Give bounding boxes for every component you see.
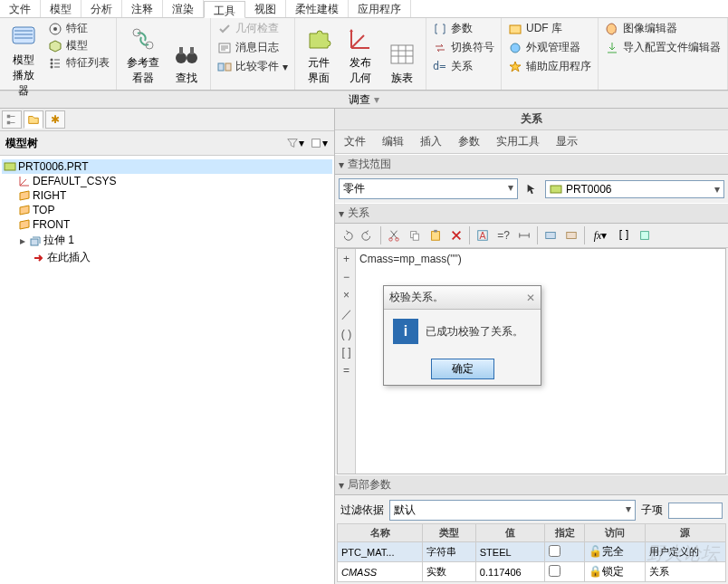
sub-field[interactable] [668, 503, 723, 519]
brackets-button[interactable]: [] [614, 225, 634, 245]
svg-rect-19 [7, 121, 11, 125]
svg-point-2 [53, 27, 57, 31]
scope-header[interactable]: ▾查找范围 [335, 154, 728, 175]
undo-button[interactable] [337, 225, 357, 245]
tab-tools[interactable]: 工具 [204, 1, 245, 18]
designate-checkbox[interactable] [549, 565, 560, 577]
scope-type-combo[interactable]: 零件 [339, 178, 518, 199]
relations-button[interactable]: d=关系 [430, 58, 497, 75]
menu-display[interactable]: 显示 [549, 132, 585, 151]
relations-panel: 关系 文件 编辑 插入 参数 实用工具 显示 ▾查找范围 零件 PRT0006 … [335, 109, 728, 584]
tree-insert-here[interactable]: 在此插入 [2, 249, 332, 266]
pick-arrow-button[interactable] [522, 179, 541, 199]
menu-insert[interactable]: 插入 [413, 132, 449, 151]
tab-file[interactable]: 文件 [0, 0, 41, 17]
publish-geom-button[interactable]: 发布几何 [340, 23, 380, 88]
dialog-close-button[interactable]: ✕ [526, 292, 535, 304]
cut-button[interactable] [384, 225, 404, 245]
verify-button[interactable]: =? [493, 225, 513, 245]
menu-edit[interactable]: 编辑 [375, 132, 411, 151]
table-row[interactable]: PTC_MAT... 字符串 STEEL 🔓完全 用户定义的 [338, 542, 726, 562]
local-params-header[interactable]: ▾局部参数 [335, 474, 728, 495]
compare-part-button[interactable]: 比较零件 ▾ [215, 58, 291, 75]
tree-top-plane[interactable]: TOP [2, 203, 332, 217]
relations-editor[interactable]: Cmass=mp_mass("") 校验关系。✕ i已成功校验了关系。 确定 [356, 249, 725, 474]
tab-apps[interactable]: 应用程序 [349, 0, 411, 17]
tab-view[interactable]: 视图 [245, 0, 286, 17]
tab-flex[interactable]: 柔性建模 [286, 0, 349, 17]
copy-button[interactable] [405, 225, 425, 245]
tab-analysis[interactable]: 分析 [81, 0, 122, 17]
tree-right-plane[interactable]: RIGHT [2, 188, 332, 203]
tree-root[interactable]: PRT0006.PRT [2, 159, 332, 174]
tree-tab-1[interactable] [2, 110, 22, 129]
gutter-plus[interactable]: + [343, 253, 350, 265]
relations-section-header[interactable]: ▾关系 [335, 203, 728, 224]
svg-point-17 [511, 43, 520, 53]
svg-rect-22 [31, 239, 38, 245]
ref-viewer-button[interactable]: 参考查看器 [120, 23, 165, 88]
dialog-ok-button[interactable]: 确定 [431, 359, 494, 379]
img-editor-button[interactable]: 图像编辑器 [602, 20, 723, 37]
menu-file[interactable]: 文件 [337, 132, 373, 151]
filter-combo[interactable]: 默认 [389, 500, 636, 521]
switch-sym-button[interactable]: 切换符号 [430, 39, 497, 56]
tab-annotate[interactable]: 注释 [122, 0, 163, 17]
delete-button[interactable] [446, 225, 466, 245]
gutter-div[interactable]: ／ [341, 307, 352, 322]
gutter-paren[interactable]: ( ) [341, 328, 351, 340]
toolbar-btn-b[interactable] [541, 225, 560, 245]
feature-list-button[interactable]: 特征列表 [45, 54, 112, 72]
menu-params[interactable]: 参数 [451, 132, 487, 151]
tree-settings-button[interactable]: ▾ [309, 133, 329, 153]
params-button[interactable]: 参数 [430, 20, 497, 37]
gutter-brack[interactable]: [ ] [341, 346, 350, 359]
geom-check-button[interactable]: 几何检查 [215, 20, 291, 37]
gutter-times[interactable]: × [343, 289, 350, 302]
model-player-button[interactable]: 模型播放器 [4, 20, 43, 88]
comp-ui-button[interactable]: 元件界面 [299, 23, 339, 88]
tree-filter-button[interactable]: ▾ [285, 133, 305, 153]
gutter-minus[interactable]: − [343, 271, 350, 283]
toolbar-btn-d[interactable] [635, 225, 655, 245]
msg-log-button[interactable]: 消息日志 [215, 39, 291, 56]
svg-point-5 [51, 65, 53, 68]
model-button[interactable]: 模型 [45, 37, 112, 54]
toolbar-btn-a[interactable]: A [473, 225, 493, 245]
puzzle-icon [304, 24, 333, 53]
tree-extrude[interactable]: ▸拉伸 1 [2, 232, 332, 249]
svg-rect-13 [218, 63, 224, 71]
editor-gutter: + − × ／ ( ) [ ] = [338, 249, 356, 474]
col-source[interactable]: 源 [645, 524, 725, 542]
family-table-button[interactable]: 族表 [382, 38, 422, 88]
redo-button[interactable] [358, 225, 378, 245]
designate-checkbox[interactable] [549, 545, 560, 557]
find-button[interactable]: 查找 [167, 38, 206, 88]
col-type[interactable]: 类型 [423, 524, 476, 542]
udf-lib-button[interactable]: UDF 库 [505, 20, 594, 37]
appearance-mgr-button[interactable]: 外观管理器 [505, 39, 594, 56]
tree-csys[interactable]: DEFAULT_CSYS [2, 174, 332, 188]
tree-tab-2[interactable] [24, 110, 43, 129]
tab-render[interactable]: 渲染 [163, 0, 204, 17]
gutter-eq[interactable]: = [343, 364, 350, 377]
scope-item-combo[interactable]: PRT0006 [545, 180, 724, 198]
tree-tab-3[interactable]: ✱ [45, 110, 65, 129]
feature-button[interactable]: 特征 [45, 20, 112, 37]
dimension-button[interactable] [514, 225, 534, 245]
paste-button[interactable] [426, 225, 445, 245]
fx-button[interactable]: fx▾ [588, 225, 613, 245]
col-name[interactable]: 名称 [338, 524, 423, 542]
aux-apps-button[interactable]: 辅助应用程序 [505, 58, 594, 75]
col-value[interactable]: 值 [475, 524, 545, 542]
col-designate[interactable]: 指定 [545, 524, 584, 542]
tree-front-plane[interactable]: FRONT [2, 217, 332, 232]
cube-icon [48, 39, 62, 53]
log-icon [217, 41, 232, 55]
table-row[interactable]: CMASS 实数 0.117406 🔒锁定 关系 [338, 562, 726, 582]
col-access[interactable]: 访问 [584, 524, 645, 542]
import-cfg-button[interactable]: 导入配置文件编辑器 [602, 39, 723, 56]
toolbar-btn-c[interactable] [561, 225, 581, 245]
tab-model[interactable]: 模型 [41, 0, 81, 17]
menu-utils[interactable]: 实用工具 [489, 132, 547, 151]
